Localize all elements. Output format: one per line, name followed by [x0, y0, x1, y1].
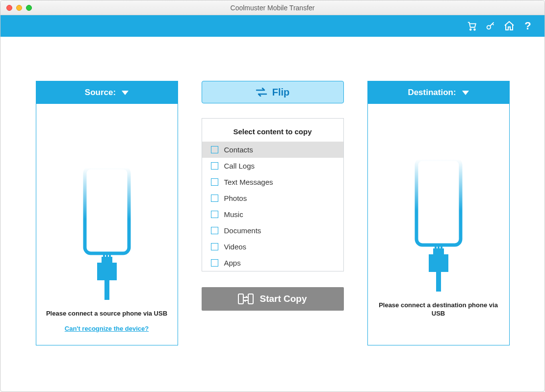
checkbox[interactable] [211, 243, 218, 250]
flip-label: Flip [272, 87, 290, 98]
svg-point-15 [435, 234, 442, 241]
content-item[interactable]: Contacts [202, 142, 343, 158]
top-toolbar: ? [0, 15, 545, 37]
destination-connect-message: Please connect a destination phone via U… [368, 294, 509, 325]
source-header[interactable]: Source: [36, 81, 178, 104]
svg-rect-13 [248, 294, 253, 304]
checkbox[interactable] [211, 162, 218, 170]
destination-panel: Destination: [367, 81, 510, 345]
svg-rect-12 [238, 294, 243, 304]
svg-point-1 [474, 29, 475, 30]
svg-rect-17 [435, 246, 437, 249]
destination-header[interactable]: Destination: [368, 81, 509, 104]
svg-rect-6 [102, 257, 112, 263]
svg-point-2 [487, 25, 491, 29]
checkbox[interactable] [211, 211, 218, 218]
content-item[interactable]: Videos [202, 239, 343, 255]
middle-column: Flip Select content to copy ContactsCall… [202, 81, 344, 345]
chevron-down-icon [462, 91, 469, 95]
source-connect-message: Please connect a source phone via USB [38, 303, 175, 325]
svg-point-0 [470, 29, 471, 30]
zoom-button[interactable] [26, 5, 32, 11]
cant-recognize-link[interactable]: Can't recognize the device? [65, 325, 149, 345]
checkbox[interactable] [211, 178, 218, 186]
content-item-label: Call Logs [224, 162, 255, 170]
content-item[interactable]: Music [202, 206, 343, 222]
content-items-list: ContactsCall LogsText MessagesPhotosMusi… [202, 142, 343, 271]
flip-icon [256, 88, 267, 97]
content-item[interactable]: Photos [202, 190, 343, 206]
svg-rect-11 [104, 280, 109, 300]
content-type-box: Select content to copy ContactsCall Logs… [202, 118, 344, 271]
help-icon[interactable]: ? [522, 20, 534, 32]
svg-rect-8 [106, 255, 108, 257]
content-item[interactable]: Text Messages [202, 174, 343, 190]
content-item[interactable]: Apps [202, 255, 343, 271]
svg-rect-7 [103, 255, 105, 257]
content-item-label: Text Messages [224, 178, 273, 186]
main-content: Source: [0, 37, 545, 365]
close-button[interactable] [6, 5, 12, 11]
checkbox[interactable] [211, 195, 218, 202]
svg-rect-18 [438, 246, 440, 249]
chevron-down-icon [122, 91, 129, 95]
svg-rect-19 [441, 246, 442, 249]
flip-button[interactable]: Flip [202, 81, 344, 103]
destination-header-label: Destination: [408, 88, 456, 98]
source-panel: Source: [36, 81, 178, 345]
svg-rect-21 [436, 272, 441, 292]
content-item-label: Videos [224, 243, 247, 251]
content-item-label: Photos [224, 194, 247, 202]
titlebar: Coolmuster Mobile Transfer [0, 0, 545, 15]
start-copy-label: Start Copy [260, 294, 307, 304]
destination-phone-graphic [368, 104, 509, 294]
start-copy-icon [238, 293, 254, 305]
svg-rect-9 [109, 255, 111, 257]
content-item[interactable]: Documents [202, 222, 343, 239]
content-item[interactable]: Call Logs [202, 158, 343, 174]
content-item-label: Music [224, 210, 243, 219]
checkbox[interactable] [211, 227, 218, 234]
content-item-label: Documents [224, 226, 261, 235]
checkbox[interactable] [211, 259, 218, 267]
svg-rect-16 [433, 248, 444, 254]
minimize-button[interactable] [16, 5, 22, 11]
window-title: Coolmuster Mobile Transfer [0, 4, 545, 12]
traffic-lights [0, 5, 32, 11]
content-item-label: Contacts [224, 146, 253, 154]
home-icon[interactable] [503, 20, 515, 32]
svg-rect-10 [97, 263, 117, 280]
cart-icon[interactable] [466, 20, 478, 32]
app-window: Coolmuster Mobile Transfer ? Source: [0, 0, 545, 392]
key-icon[interactable] [485, 20, 496, 32]
checkbox[interactable] [211, 146, 218, 153]
svg-point-5 [104, 243, 110, 249]
source-header-label: Source: [85, 88, 116, 98]
svg-rect-3 [85, 168, 129, 253]
source-phone-graphic [36, 104, 178, 303]
svg-rect-20 [429, 254, 448, 272]
svg-rect-14 [416, 159, 461, 245]
start-copy-button[interactable]: Start Copy [202, 287, 344, 311]
content-item-label: Apps [224, 259, 241, 267]
select-content-title: Select content to copy [202, 119, 343, 142]
